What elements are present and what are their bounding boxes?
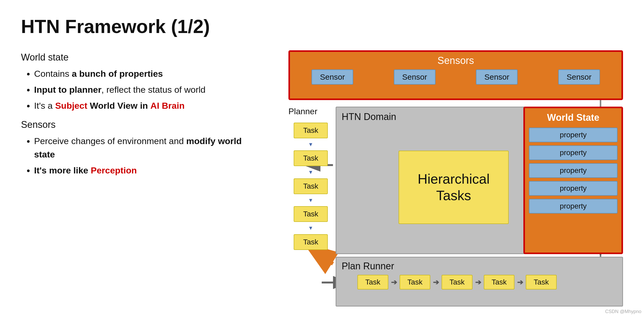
- property-chip-5: property: [529, 199, 618, 214]
- bullet-input: Input to planner, reflect the status of …: [34, 83, 257, 96]
- pr-arrow-3: ➔: [475, 278, 481, 287]
- sensors-label: Sensors: [437, 55, 474, 66]
- plan-runner-label: Plan Runner: [342, 261, 394, 272]
- hierarchical-tasks-box: HierarchicalTasks: [399, 151, 509, 224]
- red-aibrain: AI Brain: [151, 101, 185, 111]
- planner-task-4: Task: [294, 206, 328, 222]
- bold-properties: a bunch of properties: [72, 69, 163, 79]
- bold-modify: modify world state: [34, 136, 242, 159]
- pr-task-1: Task: [357, 275, 388, 289]
- left-column: World state Contains a bunch of properti…: [21, 50, 257, 307]
- property-chip-3: property: [529, 163, 618, 178]
- planner-tasks-column: Task ▼ Task ▼ Task ▼ Task ▼ Task: [288, 118, 333, 254]
- arrow-down-2: ▼: [308, 169, 313, 175]
- htn-domain-label: HTN Domain: [342, 111, 396, 122]
- planner-label: Planner: [288, 107, 317, 116]
- right-column: Sensors Sensor Sensor Sensor Sensor Plan…: [278, 50, 623, 307]
- bold-input: Input to planner: [34, 85, 101, 95]
- pr-arrow-1: ➔: [391, 278, 397, 287]
- sensor-chip-1: Sensor: [312, 69, 353, 85]
- pr-arrow-4: ➔: [517, 278, 523, 287]
- bold-morelike: It's more like: [34, 165, 88, 175]
- hierarchical-tasks-label: HierarchicalTasks: [418, 171, 490, 204]
- pr-arrow-2: ➔: [433, 278, 439, 287]
- sensor-chip-3: Sensor: [476, 69, 518, 85]
- bullet-perception: It's more like Perception: [34, 164, 257, 177]
- property-chip-4: property: [529, 181, 618, 196]
- arrow-down-1: ▼: [308, 141, 313, 147]
- world-state-bullets: Contains a bunch of properties Input to …: [21, 67, 257, 112]
- world-state-label: World State: [547, 112, 599, 123]
- arrow-down-4: ▼: [308, 225, 313, 231]
- watermark: CSDN @Mhypno: [605, 309, 641, 314]
- pr-task-2: Task: [400, 275, 431, 289]
- page-title: HTN Framework (1/2): [21, 16, 623, 37]
- bold-worldview: World View in: [90, 101, 148, 111]
- sensors-box: Sensors Sensor Sensor Sensor Sensor: [288, 50, 623, 100]
- property-chip-2: property: [529, 145, 618, 160]
- sensor-chip-4: Sensor: [558, 69, 600, 85]
- content-area: World state Contains a bunch of properti…: [21, 50, 623, 307]
- world-state-heading: World state: [21, 50, 257, 64]
- sensors-heading: Sensors: [21, 118, 257, 132]
- sensors-bullets: Perceive changes of environment and modi…: [21, 134, 257, 177]
- pr-task-4: Task: [484, 275, 515, 289]
- property-chip-1: property: [529, 128, 618, 142]
- sensors-row: Sensor Sensor Sensor Sensor: [295, 69, 616, 85]
- planner-task-2: Task: [294, 150, 328, 166]
- bullet-perceive: Perceive changes of environment and modi…: [34, 134, 257, 161]
- pr-task-5: Task: [526, 275, 557, 289]
- red-subject: Subject: [55, 101, 87, 111]
- planner-task-1: Task: [294, 123, 328, 138]
- arrow-down-3: ▼: [308, 197, 313, 203]
- plan-runner-tasks-row: Task ➔ Task ➔ Task ➔ Task ➔ Task: [357, 275, 557, 289]
- sensor-chip-2: Sensor: [394, 69, 436, 85]
- planner-task-5: Task: [294, 234, 328, 250]
- planner-task-3: Task: [294, 178, 328, 194]
- bullet-properties: Contains a bunch of properties: [34, 67, 257, 80]
- page: HTN Framework (1/2) World state Contains…: [0, 0, 644, 317]
- pr-task-3: Task: [442, 275, 473, 289]
- plan-runner-box: Plan Runner Task ➔ Task ➔ Task ➔ Task ➔ …: [336, 257, 623, 307]
- bullet-subject: It's a Subject World View in AI Brain: [34, 99, 257, 112]
- world-state-box: World State property property property p…: [523, 107, 623, 254]
- diagram: Sensors Sensor Sensor Sensor Sensor Plan…: [278, 50, 623, 307]
- red-perception: Perception: [91, 165, 137, 175]
